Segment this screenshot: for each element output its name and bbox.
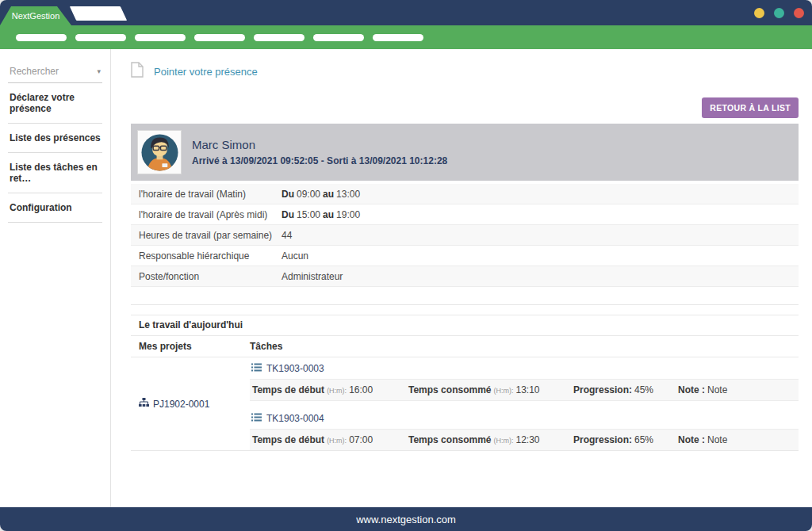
- nav-pill[interactable]: [254, 34, 304, 41]
- field-unit: (H:m):: [327, 437, 347, 445]
- brand-tab[interactable]: NextGestion: [0, 6, 71, 25]
- table-row: Responsable hiérarchique Aucun: [131, 246, 799, 266]
- detail-from: 15:00: [297, 209, 320, 220]
- window-dot-teal[interactable]: [774, 8, 784, 18]
- sidebar: Rechercher ▾ Déclarez votre présence Lis…: [0, 49, 111, 507]
- column-header-projects: Mes projets: [131, 341, 250, 352]
- profile-name: Marc Simon: [192, 138, 447, 151]
- task-start-field: Temps de début(H:m):07:00: [252, 434, 408, 445]
- toolbar: RETOUR À LA LIST: [131, 97, 799, 118]
- field-unit: (H:m):: [327, 387, 347, 395]
- sidebar-item-declarez-votre-presence[interactable]: Déclarez votre présence: [8, 83, 102, 124]
- footer-url: www.nextgestion.com: [356, 514, 456, 525]
- detail-du: Du: [282, 189, 294, 200]
- detail-value: Administrateur: [282, 271, 343, 282]
- detail-label: Responsable hiérarchique: [131, 250, 282, 262]
- table-body: PJ1902-0001: [131, 357, 799, 451]
- task-progress-field: Progression:45%: [573, 384, 678, 395]
- field-value: 16:00: [349, 384, 373, 395]
- brand-label: NextGestion: [12, 11, 60, 21]
- nav-pill[interactable]: [135, 34, 186, 41]
- field-value: 65%: [634, 434, 653, 445]
- window-dot-yellow[interactable]: [754, 8, 764, 18]
- task-progress-field: Progression:65%: [573, 434, 678, 445]
- task-list-icon: [251, 413, 262, 424]
- field-label: Temps consommé: [408, 384, 491, 395]
- section-title: Le travail d'aujourd'hui: [131, 315, 799, 336]
- task-consumed-field: Temps consommé(H:m):13:10: [408, 384, 573, 395]
- sidebar-item-liste-des-presences[interactable]: Liste des présences: [8, 124, 102, 153]
- back-to-list-button[interactable]: RETOUR À LA LIST: [702, 97, 799, 118]
- task-details-row: Temps de début(H:m):16:00 Temps consommé…: [250, 379, 799, 401]
- inactive-tab[interactable]: [70, 6, 127, 21]
- presence-times: Arrivé à 13/09/2021 09:52:05 - Sorti à 1…: [192, 155, 447, 166]
- task-link[interactable]: TK1903-0004: [250, 407, 799, 429]
- detail-label: Heures de travail (par semaine): [131, 230, 282, 241]
- task-consumed-field: Temps consommé(H:m):12:30: [408, 434, 573, 445]
- field-value: Note: [707, 434, 727, 445]
- detail-from: 09:00: [297, 189, 320, 200]
- project-code: PJ1902-0001: [153, 399, 209, 410]
- profile-info: Marc Simon Arrivé à 13/09/2021 09:52:05 …: [192, 138, 447, 166]
- field-label: Note :: [678, 434, 705, 445]
- detail-to: 19:00: [336, 209, 360, 220]
- sidebar-item-configuration[interactable]: Configuration: [8, 193, 102, 223]
- document-icon: [131, 62, 144, 81]
- field-label: Temps de début: [252, 434, 324, 445]
- tasks-list: TK1903-0003 Temps de début(H:m):16:00 Te…: [250, 357, 799, 450]
- table-row: Heures de travail (par semaine) 44: [131, 225, 799, 246]
- field-label: Progression:: [573, 384, 632, 395]
- field-label: Temps consommé: [408, 434, 491, 445]
- chevron-down-icon: ▾: [97, 67, 101, 75]
- nav-pill[interactable]: [373, 34, 423, 41]
- sidebar-item-liste-des-taches-en-retard[interactable]: Liste des tâches en ret…: [8, 153, 102, 193]
- nav-pill[interactable]: [194, 34, 245, 41]
- project-link[interactable]: PJ1902-0001: [131, 357, 250, 450]
- nav-pill[interactable]: [313, 34, 364, 41]
- task-link[interactable]: TK1903-0003: [250, 357, 799, 379]
- table-row: l'horaire de travail (Matin) Du09:00au13…: [131, 184, 799, 204]
- page-header: Pointer votre présence: [131, 62, 799, 81]
- nav-pill[interactable]: [16, 34, 67, 41]
- field-value: Note: [707, 384, 727, 395]
- table-header: Mes projets Tâches: [131, 336, 799, 357]
- task-note-field: Note :Note: [678, 434, 730, 445]
- list-item: TK1903-0003 Temps de début(H:m):16:00 Te…: [250, 357, 799, 401]
- field-value: 07:00: [349, 434, 373, 445]
- app-window: NextGestion Rechercher ▾ Déclarez votre …: [0, 0, 812, 531]
- task-code: TK1903-0004: [266, 413, 324, 424]
- today-work-table: Le travail d'aujourd'hui Mes projets Tâc…: [131, 315, 799, 451]
- main-panel: Pointer votre présence RETOUR À LA LIST: [111, 49, 812, 507]
- task-code: TK1903-0003: [266, 363, 324, 374]
- detail-du: Du: [282, 209, 294, 220]
- detail-value: Du09:00au13:00: [282, 189, 362, 200]
- column-header-tasks: Tâches: [250, 341, 799, 352]
- table-row: Poste/fonction Administrateur: [131, 266, 799, 287]
- field-label: Note :: [678, 384, 705, 395]
- avatar: [137, 130, 182, 174]
- detail-value: Aucun: [282, 250, 308, 262]
- content-area: Rechercher ▾ Déclarez votre présence Lis…: [0, 49, 812, 507]
- search-dropdown[interactable]: Rechercher ▾: [8, 62, 102, 83]
- field-value: 13:10: [515, 384, 539, 395]
- titlebar: NextGestion: [0, 0, 812, 25]
- field-label: Progression:: [573, 434, 632, 445]
- detail-to: 13:00: [336, 189, 360, 200]
- page-title: Pointer votre présence: [154, 66, 258, 78]
- window-controls: [754, 0, 804, 25]
- field-value: 45%: [634, 384, 653, 395]
- details-table: l'horaire de travail (Matin) Du09:00au13…: [131, 184, 799, 287]
- search-placeholder: Rechercher: [10, 66, 59, 77]
- footer: www.nextgestion.com: [0, 507, 812, 531]
- field-value: 12:30: [515, 434, 539, 445]
- detail-label: l'horaire de travail (Matin): [131, 189, 282, 200]
- task-note-field: Note :Note: [678, 384, 730, 395]
- task-details-row: Temps de début(H:m):07:00 Temps consommé…: [250, 429, 799, 450]
- field-label: Temps de début: [252, 384, 324, 395]
- detail-value: 44: [282, 230, 292, 241]
- list-item: TK1903-0004 Temps de début(H:m):07:00 Te…: [250, 407, 799, 450]
- sitemap-icon: [139, 398, 149, 410]
- nav-pill[interactable]: [75, 34, 126, 41]
- window-dot-red[interactable]: [794, 8, 804, 18]
- task-start-field: Temps de début(H:m):16:00: [252, 384, 408, 395]
